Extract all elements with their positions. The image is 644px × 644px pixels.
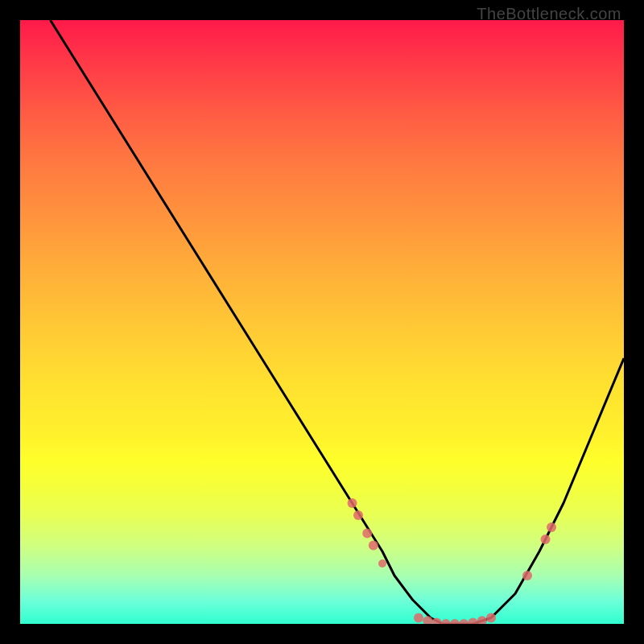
svg-point-4 (378, 559, 386, 568)
svg-point-9 (450, 619, 460, 624)
svg-point-7 (432, 618, 442, 625)
svg-point-16 (547, 522, 556, 532)
svg-point-3 (369, 541, 378, 551)
svg-point-0 (348, 498, 357, 508)
svg-point-14 (522, 571, 532, 580)
svg-point-2 (362, 529, 372, 539)
svg-point-13 (486, 613, 496, 623)
svg-point-10 (459, 619, 469, 624)
data-markers (348, 498, 557, 624)
svg-point-11 (469, 618, 478, 625)
svg-point-6 (423, 616, 432, 624)
svg-point-5 (414, 613, 423, 623)
svg-point-15 (541, 535, 551, 544)
svg-point-1 (353, 510, 363, 520)
chart-container: TheBottleneck.com (0, 0, 644, 644)
bottleneck-curve (51, 20, 625, 624)
plot-area (20, 20, 624, 624)
svg-point-8 (441, 619, 451, 624)
curve-svg (20, 20, 624, 624)
svg-point-12 (477, 616, 487, 624)
